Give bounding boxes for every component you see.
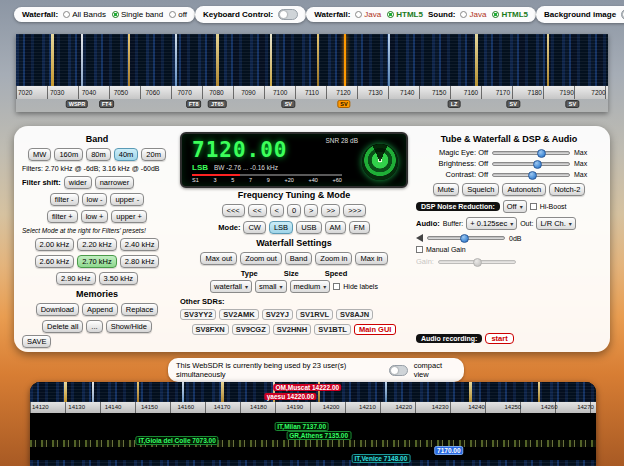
volume-slider[interactable]	[427, 236, 505, 240]
station-tag[interactable]: 7170.00	[434, 446, 464, 455]
waterfall-option-radio[interactable]: Single band	[112, 10, 163, 19]
filter-preset-button[interactable]: 2.00 kHz	[35, 238, 75, 251]
other-sdr-link[interactable]: SV8AJN	[336, 309, 373, 320]
recording-start-button[interactable]: start	[485, 333, 513, 344]
audio-function-button[interactable]: Autonotch	[502, 183, 546, 196]
memory-button[interactable]: Download	[36, 303, 79, 316]
tuning-step-button[interactable]: 0	[287, 204, 301, 217]
slider-thumb[interactable]	[528, 171, 537, 180]
frequency-scale-20m[interactable]: 1412014130141401415014160141701418014190…	[30, 402, 596, 413]
tuning-step-button[interactable]: >	[304, 204, 318, 217]
filter-shift-button[interactable]: narrower	[95, 176, 135, 189]
memory-button[interactable]: Show/Hide	[106, 320, 152, 333]
memory-button[interactable]: Append	[82, 303, 118, 316]
slider-thumb[interactable]	[533, 160, 542, 169]
keyboard-control-toggle[interactable]	[278, 9, 298, 20]
filter-shift-button[interactable]: filter +	[47, 210, 78, 223]
other-sdr-link[interactable]: SV1RVL	[296, 309, 333, 320]
station-tag[interactable]: OM,Muscat 14222.00	[274, 384, 342, 391]
band-marker[interactable]: WSPR	[66, 100, 89, 108]
band-marker[interactable]: SV	[507, 100, 520, 108]
station-tag[interactable]: IT,Milan 7137.00	[274, 422, 329, 431]
filter-shift-button[interactable]: low +	[81, 210, 109, 223]
tuning-step-button[interactable]: <	[270, 204, 284, 217]
other-sdr-link[interactable]: SV9CGZ	[232, 324, 270, 335]
filter-shift-button[interactable]: wider	[64, 176, 92, 189]
sound-render-radio[interactable]: Java	[460, 10, 486, 19]
band-marker[interactable]: SV	[566, 100, 579, 108]
band-button[interactable]: MW	[28, 148, 51, 161]
secondary-40m-area[interactable]: IT,Milan 7137.00GR,Athens 7135.00IT,Gioi…	[30, 413, 596, 466]
mode-button[interactable]: LSB	[269, 221, 293, 234]
memory-button[interactable]: Replace	[121, 303, 159, 316]
compact-view-toggle[interactable]	[389, 365, 408, 376]
filter-preset-button[interactable]: 2.80 kHz	[120, 255, 160, 268]
filter-shift-button[interactable]: upper +	[111, 210, 147, 223]
slider-thumb[interactable]	[537, 149, 546, 158]
waterfall-option-radio[interactable]: off	[169, 10, 187, 19]
slider[interactable]	[492, 173, 570, 177]
band-marker[interactable]: FT8	[186, 100, 202, 108]
band-button[interactable]: 80m	[86, 148, 111, 161]
station-tag[interactable]: GR,Athens 7135.00	[286, 431, 351, 440]
waterfall-type-select[interactable]: waterfall	[210, 280, 252, 293]
waterfall-render-radio[interactable]: Java	[355, 10, 381, 19]
other-sdr-link[interactable]: SV1BTL	[314, 324, 351, 335]
tuning-step-button[interactable]: >>	[321, 204, 340, 217]
audio-function-button[interactable]: Mute	[433, 183, 460, 196]
waterfall-zoom-button[interactable]: Band	[285, 252, 313, 265]
filter-shift-button[interactable]: upper -	[110, 193, 144, 206]
waterfall-zoom-button[interactable]: Zoom in	[315, 252, 352, 265]
waterfall-size-select[interactable]: small	[255, 280, 287, 293]
waterfall-zoom-button[interactable]: Zoom out	[240, 252, 282, 265]
filter-preset-button[interactable]: 2.40 kHz	[120, 238, 160, 251]
filter-preset-button[interactable]: 2.70 kHz	[77, 255, 117, 268]
main-gui-link[interactable]: Main GUI	[354, 324, 397, 335]
filter-preset-button[interactable]: 2.20 kHz	[77, 238, 117, 251]
band-button[interactable]: 20m	[141, 148, 166, 161]
dsp-nr-select[interactable]: Off	[503, 200, 527, 213]
other-sdr-link[interactable]: SV2AMK	[219, 309, 258, 320]
band-marker[interactable]: SV	[282, 100, 295, 108]
station-tag[interactable]: yaesu 14220.00	[265, 393, 316, 400]
save-button[interactable]: SAVE	[22, 335, 51, 348]
band-marker[interactable]: FT4	[99, 100, 115, 108]
mode-button[interactable]: USB	[296, 221, 321, 234]
other-sdr-link[interactable]: SV8FXN	[192, 324, 229, 335]
manual-gain-checkbox[interactable]	[416, 246, 423, 253]
filter-shift-button[interactable]: low -	[82, 193, 108, 206]
waterfall-render-radio[interactable]: HTML5	[387, 10, 423, 19]
spectrogram-20m[interactable]: OM,Muscat 14222.00yaesu 14220.00	[30, 382, 596, 402]
filter-preset-button[interactable]: 2.60 kHz	[35, 255, 75, 268]
hi-boost-checkbox[interactable]	[530, 203, 537, 210]
hide-labels-checkbox[interactable]	[333, 283, 340, 290]
memory-button[interactable]: Delete all	[42, 320, 83, 333]
band-marker[interactable]: SV	[337, 100, 350, 108]
sound-render-radio[interactable]: HTML5	[492, 10, 528, 19]
tuning-step-button[interactable]: <<	[248, 204, 267, 217]
band-button[interactable]: 40m	[114, 148, 139, 161]
tuning-step-button[interactable]: <<<	[222, 204, 245, 217]
station-tag[interactable]: IT,Gioia del Colle 7073.00	[136, 436, 219, 445]
frequency-scale-40m[interactable]: 7020703070407050706070707080709071007110…	[16, 86, 608, 99]
memory-button[interactable]: ...	[86, 320, 102, 333]
waterfall-zoom-button[interactable]: Max out	[200, 252, 237, 265]
waterfall-option-radio[interactable]: All Bands	[63, 10, 106, 19]
filter-shift-button[interactable]: filter -	[50, 193, 79, 206]
spectrogram-40m[interactable]	[16, 34, 608, 86]
waterfall-speed-select[interactable]: medium	[290, 280, 331, 293]
mode-button[interactable]: FM	[349, 221, 370, 234]
band-marker[interactable]: JT65	[208, 100, 227, 108]
waterfall-zoom-button[interactable]: Max in	[355, 252, 387, 265]
station-tag[interactable]: IT,Venice 7148.00	[352, 454, 411, 463]
tuning-step-button[interactable]: >>>	[343, 204, 366, 217]
slider[interactable]	[492, 151, 570, 155]
out-select[interactable]: L/R Ch.	[536, 217, 575, 230]
filter-preset-button[interactable]: 3.50 kHz	[99, 272, 139, 285]
band-button[interactable]: 160m	[54, 148, 83, 161]
buffer-select[interactable]: + 0.125sec	[466, 217, 517, 230]
audio-function-button[interactable]: Notch-2	[549, 183, 585, 196]
mode-button[interactable]: CW	[243, 221, 266, 234]
mode-button[interactable]: AM	[325, 221, 346, 234]
other-sdr-link[interactable]: SV2YJ	[262, 309, 293, 320]
